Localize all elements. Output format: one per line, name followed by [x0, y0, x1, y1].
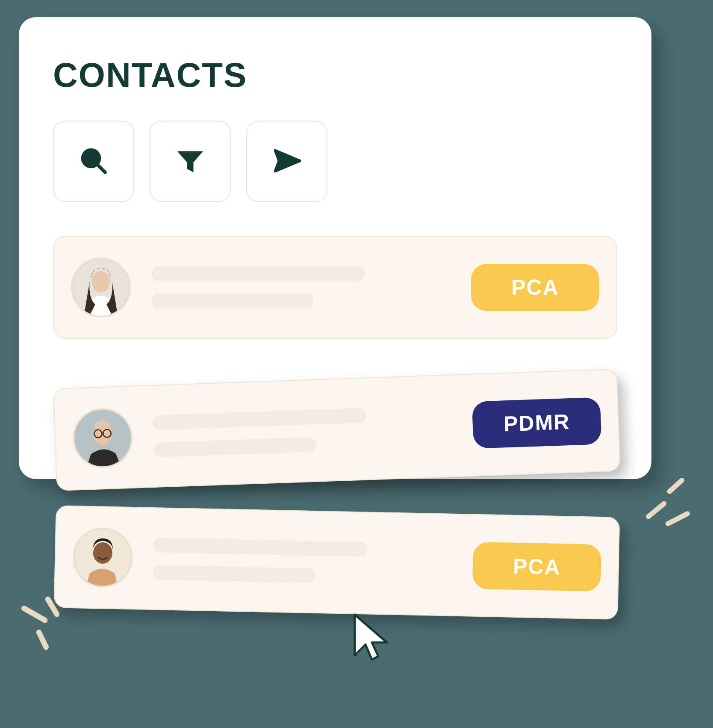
- accent-lines-icon: [13, 590, 77, 650]
- role-badge-pdmr: PDMR: [472, 397, 602, 448]
- contact-text-placeholder: [153, 405, 453, 457]
- filter-button[interactable]: [150, 121, 231, 202]
- send-button[interactable]: [246, 121, 327, 202]
- placeholder-line: [153, 565, 315, 583]
- placeholder-line: [151, 294, 314, 308]
- cursor-icon: [351, 613, 393, 664]
- search-icon: [78, 145, 109, 178]
- contact-text-placeholder: [153, 538, 453, 586]
- contact-row[interactable]: PCA: [53, 236, 617, 339]
- svg-line-1: [97, 165, 105, 172]
- role-badge-pca: PCA: [472, 542, 601, 592]
- placeholder-line: [151, 266, 365, 281]
- filter-icon: [175, 145, 206, 178]
- svg-point-3: [92, 271, 110, 293]
- placeholder-line: [153, 538, 367, 556]
- contact-row[interactable]: PCA: [54, 505, 620, 620]
- toolbar: [53, 121, 617, 202]
- page-title: CONTACTS: [53, 56, 617, 95]
- avatar: [71, 257, 131, 317]
- placeholder-line: [153, 408, 367, 430]
- send-icon: [271, 145, 302, 178]
- search-button[interactable]: [53, 121, 134, 202]
- placeholder-line: [153, 437, 316, 457]
- contact-text-placeholder: [151, 266, 451, 308]
- accent-lines-icon: [635, 475, 695, 530]
- avatar: [72, 407, 134, 469]
- contact-row[interactable]: PDMR: [53, 369, 621, 491]
- avatar: [72, 527, 133, 588]
- role-badge-pca: PCA: [471, 264, 599, 311]
